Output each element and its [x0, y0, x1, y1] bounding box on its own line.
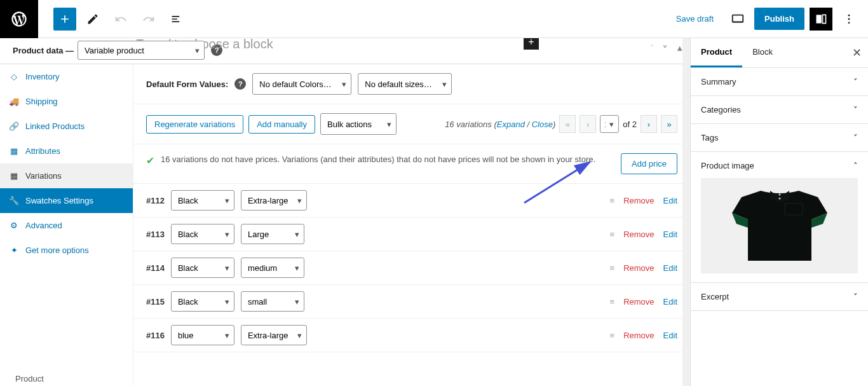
product-type-select[interactable]: Variable product	[78, 41, 205, 60]
page-total-label: of 2	[623, 120, 637, 129]
product-data-label: Product data —	[13, 46, 74, 55]
page-last-button[interactable]: »	[661, 115, 677, 133]
drag-handle-icon[interactable]: ≡	[610, 297, 615, 307]
svg-point-7	[778, 194, 780, 196]
drag-handle-icon[interactable]: ≡	[610, 263, 615, 273]
chevron-down-icon: ˅	[853, 133, 858, 142]
undo-button[interactable]	[109, 8, 132, 31]
panel-categories[interactable]: Categories˅	[691, 96, 868, 124]
regenerate-variations-button[interactable]: Regenerate variations	[146, 115, 243, 134]
chevron-up-icon[interactable]: ˄	[853, 161, 858, 170]
drag-handle-icon[interactable]: ≡	[610, 331, 615, 340]
more-options-button[interactable]	[837, 8, 860, 31]
tab-attributes[interactable]: ▦Attributes	[0, 139, 133, 163]
variation-id: #113	[146, 230, 165, 239]
chevron-down-icon: ˅	[853, 77, 858, 86]
drag-handle-icon[interactable]: ≡	[610, 196, 615, 205]
remove-variation-link[interactable]: Remove	[623, 297, 654, 307]
variation-row: #115Blacksmall≡RemoveEdit	[133, 285, 690, 319]
page-next-button[interactable]: ›	[641, 115, 657, 133]
default-form-values-label: Default Form Values:	[146, 79, 228, 89]
footer-breadcrumb: Product	[0, 371, 59, 386]
variation-row: #116blueExtra-large≡RemoveEdit	[133, 319, 690, 352]
svg-rect-2	[823, 15, 826, 23]
panel-product-image: Product image˄	[691, 152, 868, 283]
page-prev-button[interactable]: ‹	[580, 115, 596, 133]
product-data-tabs: ◇Inventory 🚚Shipping 🔗Linked Products ▦A…	[0, 64, 133, 386]
tab-get-more-options[interactable]: ✦Get more options	[0, 238, 133, 263]
default-sizes-select[interactable]: No default sizes…	[358, 73, 452, 95]
variation-row: #112BlackExtra-large≡RemoveEdit	[133, 184, 690, 217]
edit-draw-button[interactable]	[81, 8, 104, 31]
variation-color-select[interactable]: blue	[171, 325, 234, 345]
default-colors-select[interactable]: No default Colors…	[252, 73, 351, 95]
preview-button[interactable]	[726, 8, 749, 31]
redo-button[interactable]	[137, 8, 160, 31]
remove-variation-link[interactable]: Remove	[623, 331, 654, 340]
variation-size-select[interactable]: medium	[241, 258, 304, 278]
sidebar-tab-product[interactable]: Product	[691, 38, 742, 67]
variation-color-select[interactable]: Black	[171, 258, 234, 278]
drag-handle-icon[interactable]: ≡	[610, 230, 615, 239]
chevron-up-icon[interactable]: ˄	[650, 43, 654, 57]
variation-size-select[interactable]: Large	[241, 224, 304, 244]
panel-excerpt[interactable]: Excerpt˅	[691, 283, 868, 311]
expand-link[interactable]: Expand	[497, 120, 525, 129]
remove-variation-link[interactable]: Remove	[623, 263, 654, 273]
svg-point-5	[848, 22, 850, 24]
settings-sidebar: Product Block ✕ Summary˅ Categories˅ Tag…	[690, 38, 868, 386]
variation-color-select[interactable]: Black	[171, 291, 234, 312]
sidebar-tab-block[interactable]: Block	[742, 38, 783, 67]
tab-inventory[interactable]: ◇Inventory	[0, 64, 133, 89]
product-image-thumbnail[interactable]	[701, 178, 858, 273]
page-first-button[interactable]: «	[559, 115, 576, 133]
variation-size-select[interactable]: Extra-large	[241, 190, 307, 210]
chevron-down-icon: ˅	[853, 105, 858, 114]
add-price-button[interactable]: Add price	[621, 153, 677, 174]
settings-sidebar-toggle[interactable]	[810, 8, 832, 31]
panel-tags[interactable]: Tags˅	[691, 124, 868, 152]
tab-shipping[interactable]: 🚚Shipping	[0, 89, 133, 114]
variations-panel: Default Form Values: ? No default Colors…	[133, 64, 690, 386]
edit-variation-link[interactable]: Edit	[663, 297, 677, 307]
edit-variation-link[interactable]: Edit	[663, 196, 677, 205]
page-select[interactable]: 1	[600, 115, 619, 133]
bulk-actions-select[interactable]: Bulk actions	[320, 113, 397, 135]
chevron-down-icon[interactable]: ˅	[662, 43, 668, 57]
help-icon[interactable]: ?	[234, 78, 246, 90]
variation-row: #113BlackLarge≡RemoveEdit	[133, 217, 690, 251]
close-icon[interactable]: ✕	[852, 46, 862, 60]
save-draft-button[interactable]: Save draft	[668, 9, 721, 29]
wordpress-logo[interactable]	[0, 0, 38, 38]
panel-summary[interactable]: Summary˅	[691, 68, 868, 96]
add-manually-button[interactable]: Add manually	[248, 115, 315, 134]
tab-linked-products[interactable]: 🔗Linked Products	[0, 114, 133, 139]
inline-add-block-icon[interactable]: +	[524, 38, 539, 50]
variation-row: #114Blackmedium≡RemoveEdit	[133, 251, 690, 285]
price-notice-text: 16 variations do not have prices. Variat…	[161, 153, 614, 166]
svg-point-3	[848, 14, 850, 16]
add-block-button[interactable]	[53, 8, 76, 31]
editor-topbar: Save draft Publish	[0, 0, 868, 38]
variation-id: #115	[146, 297, 165, 307]
remove-variation-link[interactable]: Remove	[623, 230, 654, 239]
variation-id: #116	[146, 331, 165, 340]
svg-point-4	[848, 18, 850, 20]
remove-variation-link[interactable]: Remove	[623, 196, 654, 205]
svg-rect-0	[733, 15, 743, 22]
edit-variation-link[interactable]: Edit	[663, 331, 677, 340]
tab-swatches-settings[interactable]: 🔧Swatches Settings	[0, 188, 133, 213]
variation-id: #114	[146, 263, 165, 273]
edit-variation-link[interactable]: Edit	[663, 230, 677, 239]
edit-variation-link[interactable]: Edit	[663, 263, 677, 273]
variation-color-select[interactable]: Black	[171, 224, 234, 244]
success-check-icon: ✔	[146, 155, 154, 167]
tab-variations[interactable]: ▦Variations	[0, 163, 133, 188]
close-link[interactable]: Close	[532, 120, 553, 129]
document-outline-button[interactable]	[165, 8, 188, 31]
tab-advanced[interactable]: ⚙Advanced	[0, 213, 133, 238]
variation-size-select[interactable]: small	[241, 291, 304, 312]
publish-button[interactable]: Publish	[754, 8, 804, 30]
variation-size-select[interactable]: Extra-large	[241, 325, 307, 345]
variation-color-select[interactable]: Black	[171, 190, 234, 210]
